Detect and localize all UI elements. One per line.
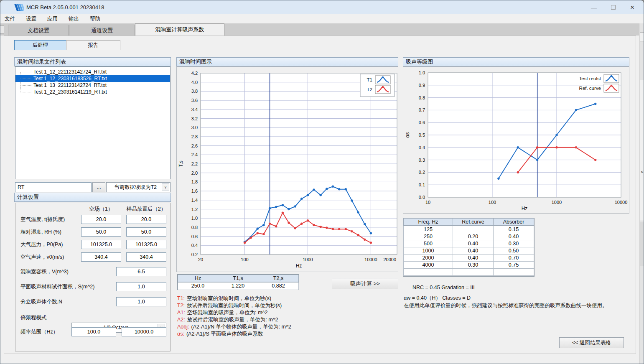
note-aobj: Aobj:(A2-A1)/N 单个物体的吸声量，单位为: m^2	[177, 323, 291, 331]
col-header-empty-room: 空场（1）	[81, 206, 121, 213]
list-item[interactable]: Test 1_22_230316141219_RT.txt	[15, 89, 170, 95]
svg-text:4.2: 4.2	[191, 71, 198, 76]
absorption-calc-button[interactable]: 吸声计算 >>	[332, 278, 398, 289]
svg-text:10000: 10000	[615, 200, 628, 205]
list-item-selected[interactable]: Test 1_12_230316183526_RT.txt	[15, 75, 170, 82]
tree-branch	[20, 85, 31, 86]
rt-chart-panel-title: 混响时间图示	[179, 58, 212, 66]
menu-help[interactable]: 帮助	[86, 15, 104, 23]
collapse-left-icon[interactable]: <	[639, 170, 644, 174]
calc-panel-title: 计算设置	[17, 193, 39, 201]
svg-text:1.0: 1.0	[191, 216, 198, 221]
freq-min-input[interactable]	[71, 327, 116, 336]
svg-text:Hz: Hz	[296, 263, 302, 269]
field-label-temp: 空气温度, t(摄氏度)	[20, 215, 65, 224]
splitter-top-box[interactable]	[640, 32, 644, 41]
minimize-button[interactable]: —	[584, 0, 603, 14]
svg-text:3.8: 3.8	[191, 89, 198, 94]
rt-chart-panel-header: 混响时间图示	[176, 57, 398, 66]
rating-chart-panel-title: 吸声等级图	[406, 58, 433, 66]
pressure-1-input[interactable]	[81, 240, 121, 249]
close-button[interactable]: ×	[623, 0, 642, 14]
browse-button[interactable]: ...	[92, 182, 105, 192]
sample-area-input[interactable]	[116, 282, 166, 291]
col-absorber: Absorber	[494, 219, 534, 226]
temp-2-input[interactable]	[126, 215, 166, 224]
subtab-postprocess[interactable]: 后处理	[14, 40, 66, 50]
field-label-absorber-count: 分立吸声体个数,N	[20, 297, 62, 306]
svg-text:3.4: 3.4	[191, 107, 198, 112]
svg-text:1.2: 1.2	[191, 207, 198, 212]
cell: 0.40	[453, 247, 494, 254]
speed-1-input[interactable]	[81, 252, 121, 262]
pressure-2-input[interactable]	[126, 240, 166, 249]
col-header-with-sample: 样品放置后（2）	[126, 206, 166, 213]
minimize-icon: —	[591, 4, 597, 11]
col-t1: T1,s	[218, 275, 258, 283]
data-target-combo[interactable]: 当前数据读取为T2 ∨	[106, 182, 171, 192]
note-key: A2:	[177, 317, 185, 323]
data-target-combo-value: 当前数据读取为T2	[114, 184, 157, 191]
temp-1-input[interactable]	[81, 215, 121, 224]
room-volume-input[interactable]	[116, 267, 166, 276]
maximize-button[interactable]	[603, 0, 623, 14]
note-t1: T1:空场混响室的混响时间，单位为秒(s)	[177, 295, 271, 302]
rt-name-input[interactable]	[15, 182, 92, 192]
note-t2: T2:放试件后混响室的混响时间，单位为秒(s)	[177, 302, 282, 309]
svg-text:3.0: 3.0	[191, 125, 198, 130]
subtab-report[interactable]: 报告	[66, 40, 120, 50]
cell: 0.40	[453, 240, 494, 247]
svg-text:0.2: 0.2	[191, 252, 198, 257]
cell: 250	[404, 233, 453, 240]
cursor-t2: 0.882	[258, 282, 299, 290]
file-name: Test 1_12_230316183526_RT.txt	[33, 76, 107, 81]
svg-text:3.2: 3.2	[191, 116, 198, 121]
rating-chart-box: 0.00.10.20.30.40.50.60.70.80.91.01010010…	[403, 66, 629, 214]
svg-text:2.0: 2.0	[191, 171, 198, 176]
list-item[interactable]: Test 1_13_221123142724_RT.txt	[15, 82, 170, 89]
cell	[494, 268, 534, 275]
menu-settings[interactable]: 设置	[22, 15, 41, 23]
chevron-down-icon[interactable]: ∨	[162, 183, 169, 191]
svg-text:0.8: 0.8	[191, 225, 198, 230]
note-text: 放试件后混响室的混响时间，单位为秒(s)	[187, 303, 282, 308]
file-list-panel-header: 混时间结果文件列表	[14, 57, 171, 66]
list-item[interactable]: Test 1_12_221123142724_RT.txt	[15, 69, 170, 75]
splitter-handle[interactable]	[640, 80, 644, 221]
note-text: (A2-A1)/N 单个物体的吸声量，单位为: m^2	[191, 324, 291, 330]
menu-apply[interactable]: 应用	[43, 15, 62, 23]
menu-output[interactable]: 输出	[64, 15, 83, 23]
tab-channel-settings[interactable]: 通道设置	[69, 25, 135, 36]
speed-2-input[interactable]	[126, 252, 166, 262]
splitter-thumb-lower[interactable]	[640, 222, 644, 266]
rt-cursor-table: Hz T1,s T2,s 250.0 1.220 0.882	[178, 275, 299, 290]
svg-text:1000: 1000	[552, 200, 562, 205]
note-a2: A2:放试件后混响室的吸声量，单位为: m^2	[177, 316, 278, 323]
freq-max-input[interactable]	[122, 327, 166, 336]
svg-text:2.8: 2.8	[191, 134, 198, 139]
svg-text:0.0: 0.0	[419, 195, 425, 200]
tab-document-settings[interactable]: 文档设置	[8, 25, 69, 36]
svg-text:0.6: 0.6	[419, 120, 425, 125]
app-logo-icon	[14, 4, 24, 11]
advice-text: 在使用此单值评价量的时候，强烈建议与按照标准获得的完整的吸声系数曲线一块使用。	[404, 302, 608, 309]
note-text: 空场混响室的混响时间，单位为秒(s)	[187, 295, 271, 301]
cell	[453, 226, 494, 233]
return-results-button[interactable]: << 返回结果表格	[559, 337, 624, 348]
cell: 0.40	[453, 254, 494, 261]
cell: 1000	[404, 247, 453, 254]
file-name: Test 1_12_221123142724_RT.txt	[33, 69, 107, 75]
menu-file[interactable]: 文件	[0, 15, 19, 23]
absorber-count-input[interactable]	[116, 297, 166, 306]
tab-reverb-absorption[interactable]: 混响室计算吸声系数	[135, 23, 224, 36]
note-alphas: αs:(A2-A1)/S 平面吸声体的吸声系数	[177, 331, 263, 338]
svg-text:0.4: 0.4	[419, 145, 425, 150]
table-row: 10000.400.50	[404, 247, 534, 254]
humidity-1-input[interactable]	[81, 227, 121, 237]
field-label-humidity: 相对湿度, RH (%)	[20, 227, 61, 237]
humidity-2-input[interactable]	[126, 227, 166, 237]
field-label-octave-mode: 倍频程模式	[20, 313, 47, 323]
cursor-t1: 1.220	[218, 282, 258, 290]
svg-text:0.8: 0.8	[419, 95, 425, 100]
field-label-sound-speed: 空气声速，v0(m/s)	[20, 252, 64, 262]
